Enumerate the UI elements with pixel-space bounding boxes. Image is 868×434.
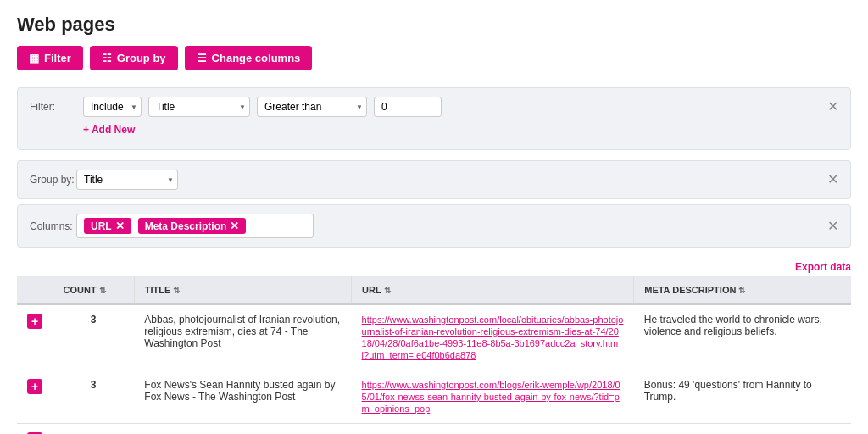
group-select-wrap: Title [76,170,178,190]
th-url[interactable]: URL ⇅ [352,276,634,304]
table-wrap: COUNT ⇅ TITLE ⇅ URL ⇅ META DESCRIPTION ⇅… [0,276,868,434]
filter-panel: Filter: Include Title Greater than ✕ + A… [17,87,851,150]
group-icon: ☷ [102,52,112,64]
url-link[interactable]: https://www.washingtonpost.com/blogs/eri… [362,380,620,414]
columns-icon: ☰ [197,52,207,64]
columns-panel-label: Columns: [30,220,76,232]
export-data-link[interactable]: Export data [795,261,851,273]
include-select[interactable]: Include [83,97,142,117]
count-cell: 3 [53,370,134,424]
meta-cell: After Kanye West tells TMZ that slavery … [634,424,851,435]
group-by-button[interactable]: ☷ Group by [90,46,178,70]
table-row: +3Van Lathan's powerful response to Kany… [17,424,851,435]
field-select[interactable]: Title [148,97,250,117]
filter-value-input[interactable] [374,97,442,117]
th-meta[interactable]: META DESCRIPTION ⇅ [634,276,851,304]
tag-meta-label: Meta Description [145,220,227,232]
tag-meta-close[interactable]: ✕ [230,220,239,232]
count-cell: 3 [53,304,134,370]
tag-url-label: URL [91,220,112,232]
columns-panel: Columns: URL ✕ Meta Description ✕ ✕ [17,204,851,248]
tag-url: URL ✕ [84,218,131,234]
table-row: +3Abbas, photojournalist of Iranian revo… [17,304,851,370]
expand-cell: + [17,304,53,370]
count-cell: 3 [53,424,134,435]
title-cell: Van Lathan's powerful response to Kanye … [134,424,351,435]
sort-meta-icon: ⇅ [738,286,745,295]
page-title: Web pages [17,14,851,36]
expand-cell: + [17,370,53,424]
add-new-button[interactable]: + Add New [83,124,135,136]
filter-label: Filter [44,52,71,64]
th-title[interactable]: TITLE ⇅ [134,276,351,304]
meta-cell: Bonus: 49 'questions' from Hannity to Tr… [634,370,851,424]
group-select[interactable]: Title [76,170,178,190]
sort-title-icon: ⇅ [173,286,180,295]
sort-url-icon: ⇅ [384,286,391,295]
sort-count-icon: ⇅ [99,286,106,295]
url-cell: https://www.washingtonpost.com/news/arts… [352,424,634,435]
condition-select-wrap: Greater than [257,97,367,117]
group-panel-label: Group by: [30,174,76,186]
filter-close-button[interactable]: ✕ [827,100,838,114]
group-panel-close-button[interactable]: ✕ [827,173,838,186]
tag-url-close[interactable]: ✕ [115,220,125,232]
change-columns-button[interactable]: ☰ Change columns [185,46,313,70]
filter-icon: ▦ [29,52,39,64]
expand-cell: + [17,424,53,435]
th-count[interactable]: COUNT ⇅ [53,276,134,304]
title-cell: Abbas, photojournalist of Iranian revolu… [134,304,351,370]
title-cell: Fox News's Sean Hannity busted again by … [134,370,351,424]
table-header-row: COUNT ⇅ TITLE ⇅ URL ⇅ META DESCRIPTION ⇅ [17,276,851,304]
columns-panel-close-button[interactable]: ✕ [827,220,838,233]
url-cell: https://www.washingtonpost.com/local/obi… [352,304,634,370]
export-row: Export data [0,261,868,276]
expand-button[interactable]: + [27,314,42,329]
condition-select[interactable]: Greater than [257,97,367,117]
meta-cell: He traveled the world to chronicle wars,… [634,304,851,370]
tag-meta-description: Meta Description ✕ [138,218,247,234]
filter-row-label: Filter: [30,101,76,113]
columns-label: Change columns [212,52,301,64]
expand-button[interactable]: + [27,379,42,394]
th-expand [17,276,53,304]
group-label: Group by [117,52,166,64]
url-link[interactable]: https://www.washingtonpost.com/local/obi… [362,314,624,360]
filter-button[interactable]: ▦ Filter [17,46,83,70]
table-row: +3Fox News's Sean Hannity busted again b… [17,370,851,424]
group-panel: Group by: Title ✕ [17,160,851,199]
include-select-wrap: Include [83,97,142,117]
data-table: COUNT ⇅ TITLE ⇅ URL ⇅ META DESCRIPTION ⇅… [17,276,851,434]
field-select-wrap: Title [148,97,250,117]
toolbar: ▦ Filter ☷ Group by ☰ Change columns [17,46,851,70]
url-cell: https://www.washingtonpost.com/blogs/eri… [352,370,634,424]
columns-input-wrap: URL ✕ Meta Description ✕ [76,214,314,238]
